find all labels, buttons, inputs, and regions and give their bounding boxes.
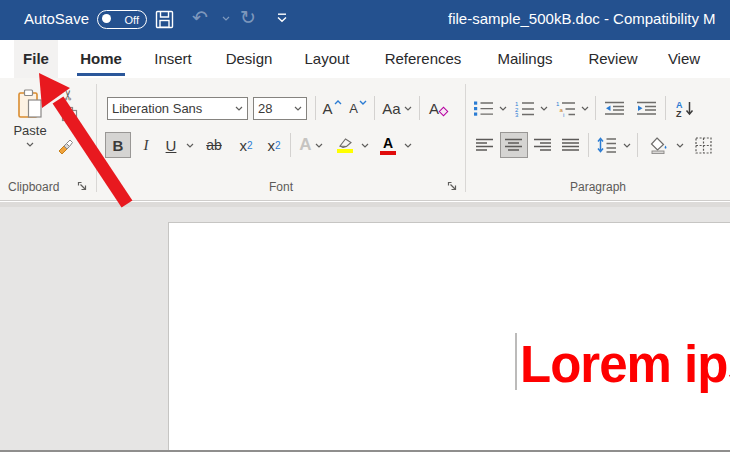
highlighter-pen-icon [336,137,354,148]
subscript-button[interactable]: x 2 [234,132,258,158]
font-size-value: 28 [258,101,294,116]
numbered-list-icon: 1 2 3 [515,100,535,117]
grow-font-button[interactable]: A [319,95,345,121]
strikethrough-label: ab [206,137,222,153]
tab-mailings[interactable]: Mailings [488,40,562,78]
subscript-x: x [239,137,247,154]
change-case-button[interactable]: Aa [378,95,416,121]
highlight-color-button[interactable] [332,132,358,158]
justify-button[interactable] [558,132,584,158]
line-spacing-chevron-icon[interactable] [623,143,631,148]
save-icon[interactable] [155,10,174,29]
align-left-button[interactable] [472,132,498,158]
tab-references[interactable]: References [378,40,468,78]
multilevel-list-button[interactable]: 1 a i [554,95,578,121]
font-color-button[interactable]: A [375,132,401,158]
underline-chevron-icon[interactable] [186,143,194,148]
divider [665,96,666,120]
document-text[interactable]: Lorem ips [520,335,730,394]
clipboard-dialog-launcher[interactable] [77,181,88,192]
clear-formatting-button[interactable]: A [423,95,453,121]
align-right-icon [534,138,552,152]
eraser-icon [439,106,449,116]
align-right-button[interactable] [530,132,556,158]
tab-home[interactable]: Home [72,40,130,78]
superscript-x: x [267,137,275,154]
clipboard-group-footer: Clipboard [0,178,96,198]
autosave-toggle[interactable]: Off [97,10,147,29]
paste-button[interactable]: Paste [6,88,54,172]
decrease-indent-icon [605,101,625,116]
paste-dropdown-chevron-icon[interactable] [26,142,34,147]
paint-bucket-icon [649,136,669,154]
superscript-2: 2 [275,140,281,151]
underline-button[interactable]: U [159,132,183,158]
autosave-label: AutoSave [24,10,89,27]
shrink-font-button[interactable]: A [345,95,371,121]
tab-file[interactable]: File [14,40,58,78]
shading-button[interactable] [645,132,673,158]
clear-formatting-label: A [429,100,439,117]
shading-chevron-icon[interactable] [676,143,684,148]
highlight-chevron-icon[interactable] [361,143,369,148]
document-title: file-sample_500kB.doc - Compatibility M [448,10,716,27]
quick-access-customize-icon[interactable] [276,13,288,23]
align-left-icon [476,138,494,152]
line-spacing-button[interactable] [594,132,620,158]
subscript-2: 2 [247,140,253,151]
change-case-label: Aa [382,100,400,117]
font-name-chevron-icon[interactable] [235,106,243,111]
undo-icon[interactable]: ↶ [192,6,208,29]
divider [374,96,375,120]
font-name-combobox[interactable]: Liberation Sans [107,97,248,120]
tab-design[interactable]: Design [216,40,282,78]
increase-indent-button[interactable] [633,95,661,121]
font-size-combobox[interactable]: 28 [253,97,307,120]
font-size-chevron-icon[interactable] [294,106,302,111]
chevron-down-icon [404,106,412,111]
align-center-button[interactable] [500,132,528,158]
bold-button[interactable]: B [105,132,131,158]
cut-button[interactable]: ✂ [62,86,74,104]
format-painter-button[interactable] [56,136,76,156]
font-group-label: Font [97,180,465,194]
bold-label: B [113,137,124,154]
font-color-chevron-icon[interactable] [404,143,412,148]
paragraph-group: 1 2 3 1 a i [466,78,730,200]
decrease-indent-button[interactable] [601,95,629,121]
numbering-button[interactable]: 1 2 3 [513,95,537,121]
sort-button[interactable]: A Z [671,95,697,121]
italic-button[interactable]: I [135,132,157,158]
font-dialog-launcher[interactable] [447,181,458,192]
bullets-button[interactable] [472,95,496,121]
tab-insert[interactable]: Insert [146,40,200,78]
bullets-chevron-icon[interactable] [499,106,507,111]
redo-icon[interactable]: ↻ [240,6,256,29]
multilevel-chevron-icon[interactable] [581,106,589,111]
tab-review[interactable]: Review [578,40,648,78]
shrink-font-label: A [349,101,358,116]
tab-layout[interactable]: Layout [295,40,359,78]
copy-button[interactable] [61,106,78,125]
svg-text:3: 3 [515,112,519,117]
line-spacing-icon [597,137,617,153]
svg-text:i: i [563,112,564,117]
strikethrough-button[interactable]: ab [200,132,228,158]
text-cursor [515,333,517,390]
increase-indent-icon [637,101,657,116]
divider [588,133,589,157]
paste-clipboard-icon [15,88,45,120]
numbering-chevron-icon[interactable] [540,106,548,111]
multilevel-list-icon: 1 a i [556,100,576,117]
tab-view[interactable]: View [660,40,708,78]
borders-icon [695,137,712,154]
font-group-footer: Font [97,178,465,198]
borders-button[interactable] [690,132,716,158]
divider [419,96,420,120]
superscript-button[interactable]: x 2 [262,132,286,158]
undo-chevron-icon[interactable] [222,16,230,21]
font-row-1: Liberation Sans 28 A A Aa [107,96,465,120]
font-color-label: A [383,136,393,150]
document-page[interactable]: Lorem ips [168,222,730,452]
text-effects-button[interactable]: A [294,132,328,158]
